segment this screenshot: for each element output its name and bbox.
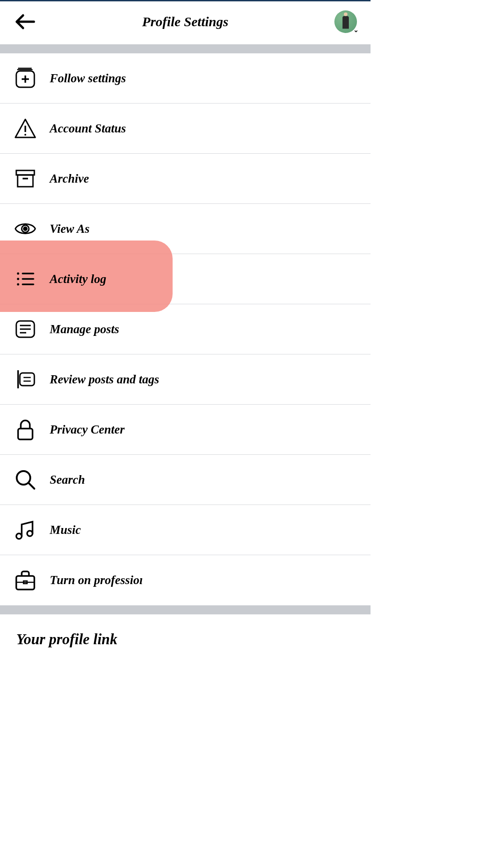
back-arrow-icon (14, 13, 36, 31)
search-icon (13, 467, 38, 492)
menu-label: Follow settings (50, 71, 126, 85)
menu-item-follow-settings[interactable]: Follow settings (0, 53, 371, 104)
svg-rect-10 (20, 373, 34, 386)
menu-label: Account Status (50, 122, 126, 136)
warning-icon (13, 116, 38, 141)
back-button[interactable] (14, 13, 36, 31)
archive-box-icon (13, 166, 38, 191)
header: Profile Settings ⌄ (0, 1, 371, 44)
menu-item-manage-posts[interactable]: Manage posts (0, 304, 371, 354)
svg-point-6 (17, 273, 19, 275)
follow-plus-icon (13, 66, 38, 91)
eye-icon (13, 216, 38, 241)
menu-item-archive[interactable]: Archive (0, 154, 371, 204)
music-icon (13, 517, 38, 542)
svg-rect-11 (18, 429, 33, 439)
menu-item-professional-mode[interactable]: Turn on professioı (0, 555, 371, 605)
profile-link-section-title: Your profile link (0, 614, 371, 648)
section-divider (0, 44, 371, 53)
chevron-down-icon: ⌄ (353, 26, 359, 34)
list-icon (13, 266, 38, 292)
menu-item-account-status[interactable]: Account Status (0, 104, 371, 154)
menu-label: View As (50, 222, 89, 236)
profile-avatar-button[interactable]: ⌄ (334, 10, 357, 33)
svg-point-14 (27, 531, 33, 536)
menu-item-review-posts-tags[interactable]: Review posts and tags (0, 354, 371, 405)
menu-item-music[interactable]: Music (0, 505, 371, 555)
menu-label: Search (50, 473, 85, 487)
briefcase-icon (13, 568, 38, 593)
menu-label: Privacy Center (50, 423, 125, 437)
svg-point-7 (17, 278, 19, 280)
settings-menu-list: Follow settings Account Status Archive (0, 53, 371, 605)
svg-point-12 (17, 471, 30, 485)
menu-label: Review posts and tags (50, 373, 159, 387)
svg-point-1 (24, 134, 26, 136)
menu-label: Music (50, 523, 81, 537)
menu-label: Archive (50, 172, 89, 186)
menu-label: Activity log (50, 272, 106, 286)
menu-item-activity-log[interactable]: Activity log (0, 254, 371, 304)
lock-icon (13, 417, 38, 442)
svg-point-8 (17, 283, 19, 286)
review-tags-icon (13, 367, 38, 392)
menu-label: Manage posts (50, 322, 119, 336)
menu-item-search[interactable]: Search (0, 455, 371, 505)
manage-posts-icon (13, 316, 38, 342)
menu-label: Turn on professioı (50, 573, 143, 587)
section-divider (0, 605, 371, 614)
page-title: Profile Settings (36, 14, 334, 29)
menu-item-privacy-center[interactable]: Privacy Center (0, 405, 371, 455)
svg-rect-3 (18, 175, 33, 187)
svg-point-5 (24, 227, 27, 231)
svg-point-13 (16, 533, 22, 539)
